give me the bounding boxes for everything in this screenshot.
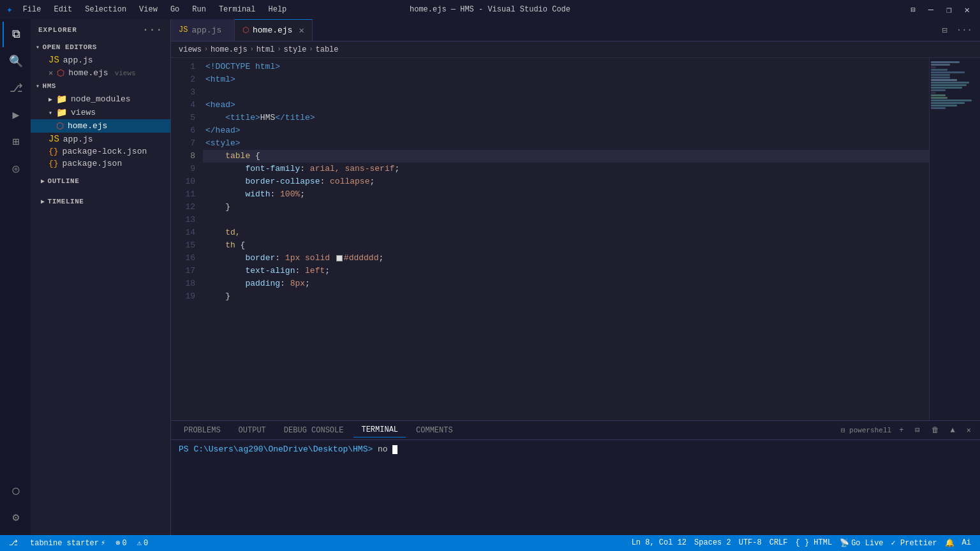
panel-maximize-btn[interactable]: ▲ xyxy=(947,425,959,436)
token xyxy=(205,112,225,124)
token: width xyxy=(245,188,270,201)
status-prettier[interactable]: ✓ Prettier xyxy=(887,538,941,548)
menu-go[interactable]: Go xyxy=(165,4,184,15)
activity-account[interactable]: ◯ xyxy=(3,478,28,503)
line-num-1: 1 xyxy=(171,61,195,73)
status-errors[interactable]: ⊗ 0 xyxy=(112,535,130,551)
json2-icon: {} xyxy=(48,159,59,168)
appjs-item[interactable]: JS app.js xyxy=(31,133,170,145)
views-folder-icon: 📁 xyxy=(56,107,67,118)
line-num-4: 4 xyxy=(171,99,195,112)
menu-help[interactable]: Help xyxy=(264,4,292,15)
terminal-split-btn[interactable]: ⊟ xyxy=(911,424,923,436)
activity-run-debug[interactable]: ▶ xyxy=(3,102,28,128)
activity-source-control[interactable]: ⎇ xyxy=(3,75,28,101)
close-btn[interactable]: ✕ xyxy=(961,3,974,17)
homeejs-item[interactable]: ⬡ home.ejs xyxy=(31,119,170,133)
open-editors-label: OPEN EDITORS xyxy=(43,43,97,51)
code-line-10: border-collapse: collapse; xyxy=(203,175,929,188)
maximize-btn[interactable]: ❐ xyxy=(942,3,955,17)
timeline-header[interactable]: ▶ TIMELINE xyxy=(36,195,165,208)
token: th xyxy=(205,239,241,252)
status-spaces[interactable]: Spaces 2 xyxy=(690,538,735,547)
token xyxy=(205,265,245,277)
panel-tab-problems[interactable]: PROBLEMS xyxy=(176,423,228,437)
panel-tab-debug[interactable]: DEBUG CONSOLE xyxy=(276,423,352,437)
status-notifications[interactable]: 🔔 xyxy=(941,538,958,548)
menu-file[interactable]: File xyxy=(18,4,47,15)
encoding-label: UTF-8 xyxy=(739,538,762,547)
appjs-icon: JS xyxy=(48,134,59,144)
status-warnings[interactable]: ⚠ 0 xyxy=(133,535,152,551)
activity-explorer[interactable]: ⧉ xyxy=(3,22,28,47)
code-line-16: border: 1px solid #dddddd; xyxy=(203,252,929,265)
breadcrumb-homeejs[interactable]: home.ejs xyxy=(211,45,248,54)
terminal-cursor xyxy=(392,445,397,454)
open-editor-homeejs[interactable]: ✕ ⬡ home.ejs views xyxy=(31,66,170,80)
activity-extensions[interactable]: ⊞ xyxy=(3,129,28,154)
status-tabnine[interactable]: tabnine starter ⚡ xyxy=(26,535,109,551)
code-content[interactable]: <!DOCTYPE html> <html> <head> <title>HMS… xyxy=(203,58,929,420)
minimize-btn[interactable]: — xyxy=(924,3,937,16)
status-bar-right: Ln 8, Col 12 Spaces 2 UTF-8 CRLF { } HTM… xyxy=(628,538,975,548)
hms-section-header[interactable]: ▾ HMS xyxy=(31,80,170,92)
outline-header[interactable]: ▶ OUTLINE xyxy=(36,175,165,187)
panel-close-btn[interactable]: ✕ xyxy=(963,424,975,436)
line-num-8: 8 xyxy=(171,150,195,163)
activity-settings[interactable]: ⚙ xyxy=(3,504,28,530)
code-editor[interactable]: 1 2 3 4 5 6 7 8 9 10 11 12 13 14 15 16 1… xyxy=(171,58,980,420)
sidebar-more-actions[interactable]: ··· xyxy=(142,24,163,36)
open-editor-appjs[interactable]: JS app.js xyxy=(31,54,170,66)
token: left xyxy=(305,265,325,277)
menu-view[interactable]: View xyxy=(134,4,163,15)
homeejs-tab-close[interactable]: ✕ xyxy=(299,25,304,36)
status-cursor[interactable]: Ln 8, Col 12 xyxy=(628,538,690,547)
tab-homeejs[interactable]: ⬡ home.ejs ✕ xyxy=(235,19,313,41)
menu-terminal[interactable]: Terminal xyxy=(214,4,261,15)
error-icon: ⊗ xyxy=(115,538,120,548)
hms-file-tree: ▶ 📁 node_modules ▾ 📁 views ⬡ home.ejs JS… xyxy=(31,92,170,170)
breadcrumb-table[interactable]: table xyxy=(316,45,339,54)
token: table xyxy=(205,150,255,163)
menu-run[interactable]: Run xyxy=(187,4,211,15)
token: : xyxy=(280,277,290,290)
line-num-2: 2 xyxy=(171,73,195,86)
tab-appjs[interactable]: JS app.js xyxy=(171,19,235,41)
minimap-line xyxy=(931,82,969,84)
breadcrumb-views[interactable]: views xyxy=(179,45,202,54)
open-editors-header[interactable]: ▾ OPEN EDITORS xyxy=(31,41,170,54)
layout-icon[interactable]: ⊟ xyxy=(907,4,919,16)
breadcrumb-html[interactable]: html xyxy=(256,45,275,54)
menu-edit[interactable]: Edit xyxy=(48,4,77,15)
package-lock-item[interactable]: {} package-lock.json xyxy=(31,145,170,158)
title-bar: ✦ File Edit Selection View Go Run Termin… xyxy=(0,0,980,19)
status-language[interactable]: { } HTML xyxy=(792,538,836,547)
minimap-line xyxy=(931,94,946,96)
package-json-item[interactable]: {} package.json xyxy=(31,158,170,170)
status-eol[interactable]: CRLF xyxy=(766,538,792,547)
status-ai[interactable]: Ai xyxy=(958,538,975,547)
line-num-3: 3 xyxy=(171,86,195,99)
menu-selection[interactable]: Selection xyxy=(80,4,131,15)
minimap-line xyxy=(931,61,960,63)
split-editor-btn[interactable]: ⊟ xyxy=(939,24,949,37)
node-modules-item[interactable]: ▶ 📁 node_modules xyxy=(31,92,170,106)
new-terminal-btn[interactable]: + xyxy=(895,425,907,436)
terminal-trash-btn[interactable]: 🗑 xyxy=(928,424,943,436)
panel-tab-output[interactable]: OUTPUT xyxy=(231,423,274,437)
code-line-4: <head> xyxy=(203,99,929,112)
terminal-content[interactable]: PS C:\Users\ag290\OneDrive\Desktop\HMS> … xyxy=(171,440,980,535)
close-homeejs-icon[interactable]: ✕ xyxy=(48,68,53,78)
views-item[interactable]: ▾ 📁 views xyxy=(31,106,170,119)
breadcrumb-style[interactable]: style xyxy=(283,45,306,54)
status-golive[interactable]: 📡 Go Live xyxy=(836,538,887,548)
panel-tab-comments[interactable]: COMMENTS xyxy=(408,423,461,437)
more-actions-btn[interactable]: ··· xyxy=(954,24,975,36)
status-git[interactable]: ⎇ xyxy=(5,535,24,551)
panel-tab-terminal[interactable]: TERMINAL xyxy=(353,423,406,437)
token xyxy=(205,252,245,265)
activity-search[interactable]: 🔍 xyxy=(3,48,28,74)
activity-remote[interactable]: ◎ xyxy=(3,156,28,181)
minimap-line xyxy=(931,92,936,94)
status-encoding[interactable]: UTF-8 xyxy=(735,538,766,547)
